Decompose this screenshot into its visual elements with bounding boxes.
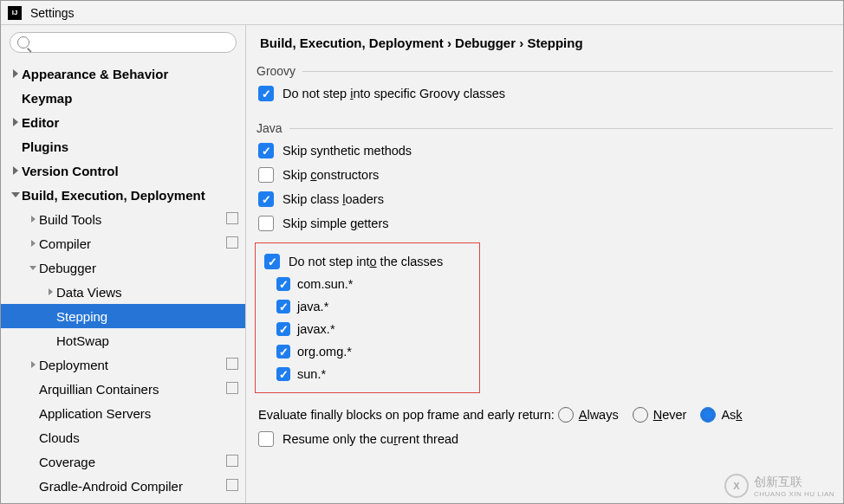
sidebar-item-label: Gradle-Android Compiler	[39, 479, 228, 494]
sidebar-item-label: Stepping	[56, 309, 238, 324]
class-filter-item[interactable]: java.*	[259, 295, 476, 318]
sidebar-item-label: Build Tools	[39, 212, 228, 227]
sidebar-item-gradle-android-compiler[interactable]: Gradle-Android Compiler	[1, 474, 245, 498]
sidebar-item-application-servers[interactable]: Application Servers	[1, 401, 245, 425]
sidebar-item-build-tools[interactable]: Build Tools	[1, 207, 245, 231]
opt-resume-current-thread[interactable]: Resume only the current thread	[246, 426, 843, 450]
sidebar-item-stepping[interactable]: Stepping	[1, 304, 245, 328]
watermark: X 创新互联 CHUANG XIN HU LIAN	[724, 474, 834, 498]
radio-icon[interactable]	[633, 407, 648, 423]
sidebar-item-version-control[interactable]: Version Control	[1, 158, 245, 183]
titlebar: Settings	[1, 1, 843, 25]
opt-skip-synthetic[interactable]: Skip synthetic methods	[246, 139, 843, 163]
settings-tree: Appearance & BehaviorKeymapEditorPlugins…	[1, 58, 245, 503]
sidebar-item-label: Coverage	[39, 455, 228, 469]
checkbox-icon[interactable]	[258, 143, 274, 158]
opt-skip-classloaders[interactable]: Skip class loaders	[246, 187, 843, 211]
class-filter-label: java.*	[297, 300, 328, 313]
sidebar: Appearance & BehaviorKeymapEditorPlugins…	[1, 25, 246, 503]
checkbox-icon[interactable]	[276, 277, 290, 291]
search-input[interactable]	[35, 36, 229, 49]
sidebar-item-hotswap[interactable]: HotSwap	[1, 328, 245, 352]
checkbox-icon[interactable]	[276, 322, 290, 336]
breadcrumb-p3: Stepping	[527, 36, 582, 50]
app-icon	[8, 6, 22, 20]
sidebar-item-data-views[interactable]: Data Views	[1, 280, 245, 304]
content: Appearance & BehaviorKeymapEditorPlugins…	[1, 25, 843, 503]
sidebar-item-build-execution-deployment[interactable]: Build, Execution, Deployment	[1, 183, 245, 207]
sidebar-item-plugins[interactable]: Plugins	[1, 134, 245, 158]
sidebar-item-label: Debugger	[39, 261, 238, 275]
chevron-right-icon[interactable]	[13, 69, 18, 78]
sidebar-item-deployment[interactable]: Deployment	[1, 352, 245, 377]
titlebar-title: Settings	[30, 6, 75, 20]
chevron-down-icon[interactable]	[29, 266, 36, 270]
sidebar-item-compiler[interactable]: Compiler	[1, 231, 245, 255]
checkbox-icon[interactable]	[258, 431, 274, 447]
checkbox-icon[interactable]	[258, 167, 274, 183]
sidebar-item-editor[interactable]: Editor	[1, 110, 245, 134]
class-filter-item[interactable]: javax.*	[259, 318, 476, 340]
chevron-right-icon[interactable]	[31, 240, 36, 247]
sidebar-item-keymap[interactable]: Keymap	[1, 86, 245, 110]
sidebar-item-coverage[interactable]: Coverage	[1, 449, 245, 474]
class-filter-item[interactable]: com.sun.*	[259, 273, 476, 295]
checkbox-icon[interactable]	[258, 191, 274, 207]
profile-scope-icon	[228, 481, 238, 491]
sidebar-item-label: Arquillian Containers	[39, 382, 228, 397]
checkbox-icon[interactable]	[258, 86, 274, 101]
main-panel: Build, Execution, Deployment › Debugger …	[246, 25, 843, 503]
section-groovy: Groovy	[246, 57, 843, 81]
profile-scope-icon	[228, 359, 238, 370]
sidebar-item-label: HotSwap	[56, 333, 238, 348]
breadcrumb-p1: Build, Execution, Deployment	[260, 36, 444, 50]
radio-never[interactable]: Never	[633, 407, 687, 423]
sidebar-item-label: Plugins	[22, 139, 238, 154]
search-icon	[17, 36, 29, 48]
checkbox-icon[interactable]	[264, 254, 280, 269]
checkbox-icon[interactable]	[258, 216, 274, 231]
sidebar-item-appearance-behavior[interactable]: Appearance & Behavior	[1, 61, 245, 86]
class-filter-item[interactable]: org.omg.*	[259, 340, 476, 363]
opt-dont-step-classes[interactable]: Do not step into the classes	[259, 250, 476, 273]
class-filter-label: org.omg.*	[297, 345, 352, 359]
opt-groovy-dont-step[interactable]: Do not step into specific Groovy classes	[246, 81, 843, 106]
profile-scope-icon	[228, 238, 238, 249]
checkbox-icon[interactable]	[276, 300, 290, 313]
sidebar-item-label: Deployment	[39, 358, 228, 372]
chevron-down-icon[interactable]	[11, 192, 20, 197]
sidebar-item-label: Appearance & Behavior	[22, 67, 238, 81]
sidebar-item-label: Data Views	[56, 285, 238, 300]
class-filter-label: com.sun.*	[297, 277, 353, 291]
profile-scope-icon	[228, 384, 238, 394]
sidebar-item-label: Version Control	[22, 164, 238, 178]
sidebar-item-arquillian-containers[interactable]: Arquillian Containers	[1, 377, 245, 401]
evaluate-finally-row: Evaluate finally blocks on pop frame and…	[246, 393, 843, 426]
chevron-right-icon[interactable]	[13, 166, 18, 175]
chevron-right-icon[interactable]	[49, 288, 53, 295]
search-wrapper[interactable]	[10, 32, 237, 53]
sidebar-item-label: Build, Execution, Deployment	[22, 188, 238, 203]
chevron-right-icon[interactable]	[31, 361, 36, 368]
opt-skip-constructors[interactable]: Skip constructors	[246, 163, 843, 187]
chevron-right-icon[interactable]	[31, 216, 36, 223]
search-row	[1, 25, 245, 58]
opt-skip-getters[interactable]: Skip simple getters	[246, 211, 843, 236]
radio-icon[interactable]	[700, 407, 716, 423]
class-filter-list: com.sun.*java.*javax.*org.omg.*sun.*	[259, 273, 476, 385]
chevron-right-icon[interactable]	[13, 118, 18, 126]
breadcrumb: Build, Execution, Deployment › Debugger …	[246, 25, 843, 57]
profile-scope-icon	[228, 456, 238, 467]
sidebar-item-debugger[interactable]: Debugger	[1, 255, 245, 280]
highlighted-box: Do not step into the classes com.sun.*ja…	[255, 242, 480, 393]
radio-icon[interactable]	[558, 407, 574, 423]
breadcrumb-p2: Debugger	[455, 36, 516, 50]
sidebar-item-label: Compiler	[39, 236, 228, 251]
checkbox-icon[interactable]	[276, 367, 290, 381]
class-filter-label: sun.*	[297, 367, 326, 381]
sidebar-item-clouds[interactable]: Clouds	[1, 425, 245, 449]
radio-always[interactable]: Always	[558, 407, 619, 423]
radio-ask[interactable]: Ask	[700, 407, 742, 423]
class-filter-item[interactable]: sun.*	[259, 363, 476, 385]
checkbox-icon[interactable]	[276, 345, 290, 359]
